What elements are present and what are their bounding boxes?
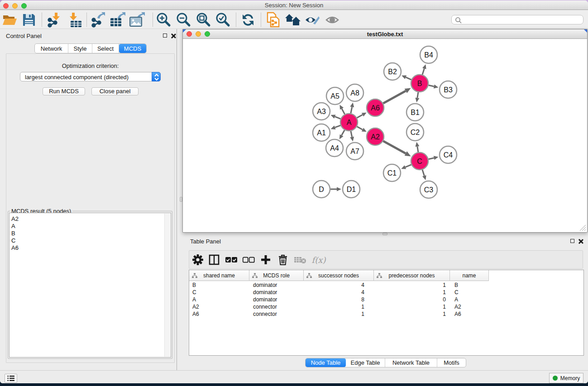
zoom-in-icon[interactable] [155, 12, 172, 28]
window-resize-grip[interactable] [578, 223, 586, 231]
memory-status-button[interactable]: Memory [549, 373, 583, 383]
column-header-name[interactable]: name [450, 270, 489, 281]
edge-B-B2[interactable] [406, 77, 411, 80]
edge-C-C3[interactable] [422, 170, 424, 176]
edge-A-A8[interactable] [351, 107, 352, 113]
edge-C-C1[interactable] [405, 165, 411, 167]
tab-network[interactable]: Network [35, 44, 68, 53]
edge-A-A2[interactable] [357, 127, 363, 130]
edge-A2-C[interactable] [383, 141, 406, 153]
control-panel-tabs: NetworkStyleSelectMCDS [34, 43, 147, 53]
show-graphics-details-icon[interactable] [325, 12, 341, 28]
toolbar-separator [153, 13, 153, 27]
export-table-icon[interactable] [110, 12, 126, 28]
table-row[interactable]: Cdominator41C [189, 289, 489, 296]
deselect-all-icon[interactable] [241, 252, 256, 267]
mcds-result-list[interactable]: A2ABCA6 [9, 213, 171, 357]
tab-edge-table[interactable]: Edge Table [346, 358, 385, 367]
edge-C-C4[interactable] [429, 158, 434, 159]
node-label: B1 [411, 109, 420, 116]
edge-A6-B[interactable] [383, 91, 406, 103]
delete-column-trash-icon[interactable] [275, 252, 291, 267]
table-cell: 4 [304, 289, 374, 295]
column-header-successor-nodes[interactable]: successor nodes [304, 270, 374, 281]
show-panel-menu-button[interactable] [5, 374, 17, 383]
search-input[interactable] [463, 16, 580, 24]
edge-A-A1[interactable] [335, 125, 340, 128]
node-label: D1 [347, 186, 356, 193]
result-list-item[interactable]: A6 [11, 244, 19, 252]
tab-style[interactable]: Style [68, 44, 92, 53]
table-row[interactable]: Bdominator41B [189, 281, 489, 289]
table-cell: 8 [304, 296, 374, 303]
edge-B-B4[interactable] [422, 68, 424, 74]
edge-A-A6[interactable] [357, 114, 363, 118]
table-row[interactable]: Adominator80A [189, 296, 489, 303]
table-cell: B [450, 282, 489, 288]
edge-arrowhead [337, 187, 341, 191]
add-column-icon[interactable] [258, 252, 273, 267]
tab-select[interactable]: Select [92, 44, 119, 53]
open-session-icon[interactable] [1, 12, 18, 28]
control-panel-float-icon[interactable] [163, 33, 167, 38]
criterion-dropdown[interactable]: largest connected component (directed) [20, 72, 161, 81]
table-row[interactable]: A6connector11A6 [189, 310, 489, 318]
table-options-gear-icon[interactable] [190, 252, 206, 267]
tab-node-table[interactable]: Node Table [306, 358, 346, 367]
tab-motifs[interactable]: Motifs [437, 358, 466, 367]
table-panel-close-icon[interactable] [578, 239, 583, 244]
edge-A-A7[interactable] [351, 131, 352, 137]
export-image-icon[interactable] [129, 12, 145, 28]
import-table-icon[interactable] [67, 12, 83, 28]
apply-layout-icon[interactable] [240, 12, 256, 28]
node-label: C2 [411, 129, 420, 136]
zoom-selected-icon[interactable] [215, 12, 231, 28]
network-window-title: testGlobe.txt [183, 31, 587, 38]
edge-A-A5[interactable] [342, 109, 344, 114]
edge-B-B1[interactable] [417, 92, 418, 98]
export-network-icon[interactable] [91, 12, 107, 28]
node-label: B3 [444, 86, 453, 94]
close-panel-button[interactable]: Close panel [91, 87, 139, 95]
column-header-predecessor-nodes[interactable]: predecessor nodes [374, 270, 450, 281]
edge-C-C2[interactable] [417, 147, 418, 152]
node-table[interactable]: shared nameMCDS rolesuccessor nodesprede… [189, 270, 584, 356]
hide-graphics-details-icon[interactable] [304, 12, 320, 28]
table-header-row: shared nameMCDS rolesuccessor nodesprede… [189, 270, 489, 281]
table-cell: 1 [304, 304, 374, 310]
import-network-icon[interactable] [47, 12, 63, 28]
memory-label: Memory [560, 375, 580, 381]
save-session-icon[interactable] [21, 12, 37, 28]
window-corner-mark [584, 29, 587, 33]
clone-network-icon[interactable] [265, 12, 282, 28]
select-all-icon[interactable] [224, 252, 239, 267]
zoom-out-icon[interactable] [175, 12, 191, 28]
node-label: C1 [387, 169, 397, 177]
column-panel-icon[interactable] [206, 252, 222, 267]
zoom-fit-icon[interactable] [195, 12, 211, 28]
table-row[interactable]: A2connector11A2 [189, 303, 489, 310]
tab-network-table[interactable]: Network Table [385, 358, 437, 367]
result-list-scrollbar[interactable] [164, 214, 170, 357]
result-list-item[interactable]: B [11, 230, 19, 237]
horizontal-splitter-handle[interactable] [382, 233, 387, 235]
edge-B-B3[interactable] [429, 85, 434, 86]
show-panels-home-icon[interactable] [285, 12, 301, 28]
run-mcds-button[interactable]: Run MCDS [43, 87, 85, 95]
network-window: testGlobe.txt AA6A2BCA1A3A4A5A7A8B1B2B3B… [182, 29, 588, 233]
network-window-titlebar[interactable]: testGlobe.txt [183, 29, 587, 39]
node-label: B4 [424, 51, 433, 59]
tab-mcds[interactable]: MCDS [119, 44, 146, 53]
table-cell: B [189, 282, 249, 288]
node-label: A5 [330, 92, 339, 100]
column-header-shared-name[interactable]: shared name [189, 270, 249, 281]
result-list-item[interactable]: A [11, 223, 19, 230]
control-panel-close-icon[interactable] [171, 33, 176, 38]
network-canvas[interactable]: AA6A2BCA1A3A4A5A7A8B1B2B3B4C1C2C3C4DD1 [183, 39, 587, 232]
result-list-item[interactable]: C [11, 237, 19, 244]
column-header-MCDS-role[interactable]: MCDS role [249, 270, 304, 281]
table-panel-float-icon[interactable] [570, 239, 574, 243]
edge-A-A4[interactable] [342, 130, 345, 135]
edge-A-A3[interactable] [335, 117, 341, 119]
result-list-item[interactable]: A2 [11, 215, 19, 223]
